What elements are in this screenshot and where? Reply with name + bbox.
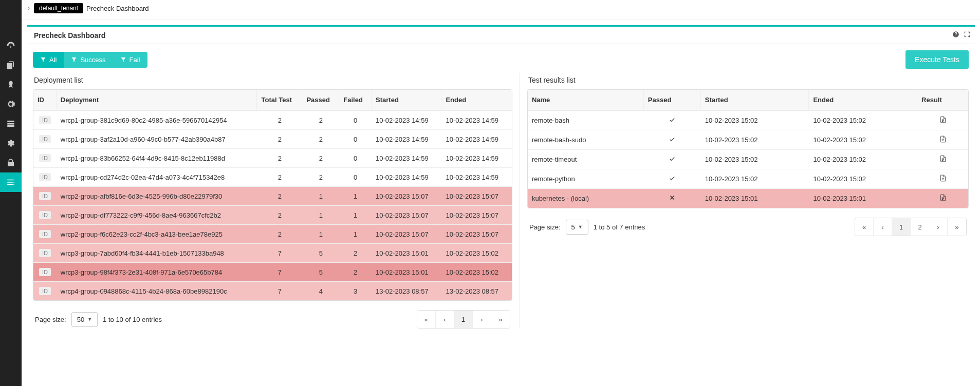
id-badge[interactable]: ID bbox=[39, 154, 51, 162]
col-name[interactable]: Name bbox=[528, 90, 644, 110]
check-icon bbox=[669, 155, 676, 162]
cell-total: 7 bbox=[257, 243, 302, 262]
cell-started: 10-02-2023 14:59 bbox=[372, 110, 441, 129]
cell-started: 10-02-2023 15:02 bbox=[701, 169, 809, 188]
cell-passed bbox=[644, 188, 701, 208]
cell-ended: 10-02-2023 15:02 bbox=[809, 110, 917, 130]
pager-first[interactable]: « bbox=[417, 311, 436, 328]
col-started[interactable]: Started bbox=[372, 90, 441, 110]
cell-name: remote-python bbox=[528, 169, 644, 188]
cell-passed bbox=[644, 149, 701, 169]
tenant-badge[interactable]: default_tenant bbox=[34, 3, 83, 13]
id-badge[interactable]: ID bbox=[39, 192, 51, 200]
table-row[interactable]: IDwrcp2-group-df773222-c9f9-456d-8ae4-96… bbox=[33, 205, 512, 224]
table-row[interactable]: IDwrcp1-group-3af2a10d-a960-49c0-b577-42… bbox=[33, 129, 512, 148]
id-badge[interactable]: ID bbox=[39, 249, 51, 257]
col-total[interactable]: Total Test bbox=[257, 90, 302, 110]
col-passed[interactable]: Passed bbox=[302, 90, 339, 110]
page-size-select[interactable]: 50▼ bbox=[71, 312, 98, 327]
cell-started: 10-02-2023 14:59 bbox=[372, 167, 441, 186]
document-icon[interactable] bbox=[939, 194, 947, 201]
col-deployment[interactable]: Deployment bbox=[57, 90, 257, 110]
filter-all[interactable]: All bbox=[33, 52, 64, 68]
table-row[interactable]: IDwrcp3-group-7abd60f4-fb34-4441-b1eb-15… bbox=[33, 243, 512, 262]
pager-page[interactable]: 1 bbox=[454, 311, 473, 328]
table-row[interactable]: remote-timeout10-02-2023 15:0210-02-2023… bbox=[528, 149, 968, 169]
deployment-list-title: Deployment list bbox=[34, 76, 512, 84]
table-row[interactable]: IDwrcp2-group-f6c62e23-cc2f-4bc3-a413-be… bbox=[33, 224, 512, 243]
execute-tests-button[interactable]: Execute Tests bbox=[905, 50, 969, 69]
page-size-value: 50 bbox=[77, 316, 84, 323]
cell-name: remote-bash-sudo bbox=[528, 130, 644, 149]
cell-total: 2 bbox=[257, 129, 302, 148]
id-badge[interactable]: ID bbox=[39, 230, 51, 238]
id-badge[interactable]: ID bbox=[39, 268, 51, 276]
col-failed[interactable]: Failed bbox=[339, 90, 372, 110]
cell-passed: 2 bbox=[302, 148, 339, 167]
col-ended[interactable]: Ended bbox=[441, 90, 511, 110]
cell-started: 10-02-2023 15:02 bbox=[701, 110, 809, 130]
pager-next[interactable]: › bbox=[929, 218, 948, 236]
cell-name: kubernetes - (local) bbox=[528, 188, 644, 208]
cell-started: 10-02-2023 14:59 bbox=[372, 148, 441, 167]
pager-page[interactable]: 2 bbox=[911, 218, 929, 236]
document-icon[interactable] bbox=[939, 116, 947, 123]
nav-precheck[interactable] bbox=[0, 172, 22, 192]
help-icon[interactable] bbox=[952, 31, 959, 40]
cell-failed: 1 bbox=[339, 186, 372, 205]
id-badge[interactable]: ID bbox=[39, 116, 51, 124]
cell-passed: 1 bbox=[302, 224, 339, 243]
document-icon[interactable] bbox=[939, 136, 947, 143]
table-row[interactable]: remote-python10-02-2023 15:0210-02-2023 … bbox=[528, 169, 968, 188]
id-badge[interactable]: ID bbox=[39, 135, 51, 143]
page-size-select[interactable]: 5▼ bbox=[566, 220, 588, 235]
nav-storage[interactable] bbox=[0, 114, 22, 133]
pager-prev[interactable]: ‹ bbox=[436, 311, 454, 328]
id-badge[interactable]: ID bbox=[39, 173, 51, 181]
nav-dashboard[interactable] bbox=[0, 36, 22, 55]
nav-settings[interactable] bbox=[0, 133, 22, 153]
table-row[interactable]: IDwrcp1-group-cd274d2c-02ea-47d4-a073-4c… bbox=[33, 167, 512, 186]
cell-ended: 10-02-2023 15:07 bbox=[441, 186, 511, 205]
nav-lock[interactable] bbox=[0, 153, 22, 172]
table-row[interactable]: remote-bash-sudo10-02-2023 15:0210-02-20… bbox=[528, 130, 968, 149]
pager-first[interactable]: « bbox=[855, 218, 874, 236]
nav-deploy[interactable] bbox=[0, 75, 22, 94]
check-icon bbox=[669, 116, 676, 123]
table-row[interactable]: IDwrcp2-group-afbf816e-6d3e-4525-996b-d8… bbox=[33, 186, 512, 205]
cell-started: 10-02-2023 15:01 bbox=[372, 243, 441, 262]
breadcrumb: › default_tenant Precheck Dashboard bbox=[22, 0, 980, 16]
table-row[interactable]: IDwrcp1-group-381c9d69-80c2-4985-a36e-59… bbox=[33, 110, 512, 129]
table-row[interactable]: IDwrcp1-group-83b66252-64f4-4d9c-8415-8c… bbox=[33, 148, 512, 167]
col-started[interactable]: Started bbox=[701, 90, 809, 110]
table-row[interactable]: IDwrcp3-group-98f4f373-2e31-408f-971a-6e… bbox=[33, 262, 512, 281]
pager-prev[interactable]: ‹ bbox=[874, 218, 892, 236]
page-size-label: Page size: bbox=[529, 223, 561, 231]
nav-cogs[interactable] bbox=[0, 94, 22, 114]
id-badge[interactable]: ID bbox=[39, 287, 51, 295]
filter-fail[interactable]: Fail bbox=[113, 52, 147, 68]
document-icon[interactable] bbox=[939, 155, 947, 162]
pager-next[interactable]: › bbox=[473, 311, 491, 328]
nav-copy[interactable] bbox=[0, 55, 22, 75]
col-ended[interactable]: Ended bbox=[809, 90, 917, 110]
cell-failed: 0 bbox=[339, 110, 372, 129]
id-badge[interactable]: ID bbox=[39, 211, 51, 219]
pager-page[interactable]: 1 bbox=[892, 218, 911, 236]
col-passed[interactable]: Passed bbox=[644, 90, 701, 110]
table-row[interactable]: kubernetes - (local)10-02-2023 15:0110-0… bbox=[528, 188, 968, 208]
expand-icon[interactable] bbox=[964, 31, 971, 40]
pager-last[interactable]: » bbox=[948, 218, 966, 236]
table-row[interactable]: remote-bash10-02-2023 15:0210-02-2023 15… bbox=[528, 110, 968, 130]
col-result[interactable]: Result bbox=[917, 90, 968, 110]
document-icon[interactable] bbox=[939, 175, 947, 182]
col-id[interactable]: ID bbox=[33, 90, 57, 110]
cell-deployment: wrcp1-group-381c9d69-80c2-4985-a36e-5966… bbox=[57, 110, 257, 129]
pager-last[interactable]: » bbox=[491, 311, 510, 328]
cell-failed: 0 bbox=[339, 167, 372, 186]
table-row[interactable]: IDwrcp4-group-0948868c-4115-4b24-868a-60… bbox=[33, 281, 512, 300]
cell-total: 7 bbox=[257, 262, 302, 281]
filter-success[interactable]: Success bbox=[64, 52, 113, 68]
cell-ended: 10-02-2023 15:02 bbox=[809, 149, 917, 169]
cell-deployment: wrcp3-group-7abd60f4-fb34-4441-b1eb-1507… bbox=[57, 243, 257, 262]
